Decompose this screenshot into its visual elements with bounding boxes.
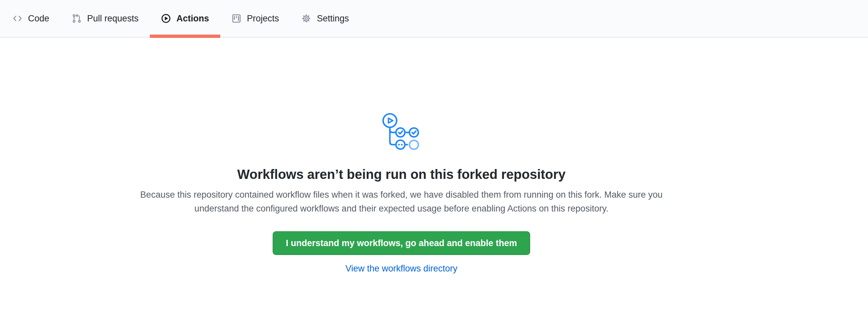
tab-pull-requests[interactable]: Pull requests [61,0,150,37]
button-row: I understand my workflows, go ahead and … [0,215,803,255]
workflow-graph-icon [382,111,421,152]
tab-actions[interactable]: Actions [150,0,220,37]
blankslate-title: Workflows aren’t being run on this forke… [0,166,803,183]
pull-request-icon [72,13,82,23]
play-circle-icon [161,13,171,23]
tab-settings[interactable]: Settings [290,0,360,37]
tab-label: Projects [247,14,279,23]
tab-code[interactable]: Code [1,0,61,37]
tab-label: Code [28,14,50,23]
tab-label: Settings [317,14,349,23]
blankslate-description: Because this repository contained workfl… [130,188,673,215]
gear-icon [301,13,311,23]
view-workflows-directory-link[interactable]: View the workflows directory [345,263,457,274]
tab-label: Actions [177,14,209,23]
tab-label: Pull requests [87,14,138,23]
enable-workflows-button[interactable]: I understand my workflows, go ahead and … [273,231,530,255]
actions-blankslate: Workflows aren’t being run on this forke… [0,37,803,274]
link-row: View the workflows directory [0,255,803,274]
code-icon [12,13,22,23]
project-board-icon [231,13,241,23]
tab-projects[interactable]: Projects [220,0,290,37]
repo-tab-nav: Code Pull requests Actions [0,0,868,37]
